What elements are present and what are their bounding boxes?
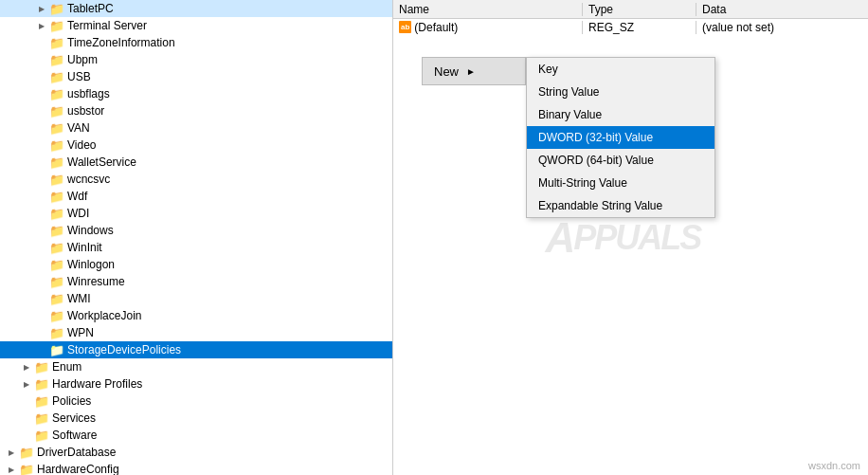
folder-icon-wdi: 📁 — [49, 207, 64, 220]
expand-arrow-terminalserver[interactable] — [34, 22, 49, 30]
tree-item-terminalserver[interactable]: 📁Terminal Server — [0, 17, 392, 34]
tree-item-van[interactable]: 📁VAN — [0, 119, 392, 137]
tree-item-wpn[interactable]: 📁WPN — [0, 324, 392, 341]
folder-icon-usbstor: 📁 — [49, 104, 64, 118]
folder-icon-software: 📁 — [34, 429, 49, 442]
tree-item-wdf[interactable]: 📁Wdf — [0, 188, 392, 205]
new-button-arrow: ► — [466, 66, 476, 77]
tree-item-storagedevicepolicies[interactable]: 📁StorageDevicePolicies — [0, 341, 392, 358]
registry-tree: 📁TabletPC📁Terminal Server📁TimeZoneInform… — [0, 0, 393, 475]
tree-item-ubpm[interactable]: 📁Ubpm — [0, 51, 392, 68]
tree-label-software: Software — [52, 429, 97, 442]
tree-item-hardwareprofiles[interactable]: 📁Hardware Profiles — [0, 375, 392, 393]
tree-item-usbflags[interactable]: 📁usbflags — [0, 85, 392, 102]
tree-item-hardwareconfig[interactable]: 📁HardwareConfig — [0, 461, 392, 475]
folder-icon-usb: 📁 — [49, 70, 64, 83]
tree-item-usb[interactable]: 📁USB — [0, 68, 392, 85]
tree-label-hardwareprofiles: Hardware Profiles — [52, 377, 142, 391]
tree-label-workplacejoin: WorkplaceJoin — [67, 309, 141, 322]
tree-label-tabletpc: TabletPC — [67, 2, 114, 15]
submenu-item-dwordvalue[interactable]: DWORD (32-bit) Value — [527, 126, 714, 149]
tree-label-winresume: Winresume — [67, 275, 125, 288]
tree-label-windows: Windows — [67, 224, 114, 237]
tree-label-timezoneinformation: TimeZoneInformation — [67, 36, 175, 49]
row-type: REG_SZ — [583, 21, 696, 34]
tree-label-usbflags: usbflags — [67, 87, 110, 100]
tree-label-usb: USB — [67, 70, 91, 83]
tree-item-wmi[interactable]: 📁WMI — [0, 290, 392, 307]
tree-item-walletservice[interactable]: 📁WalletService — [0, 154, 392, 171]
tree-item-workplacejoin[interactable]: 📁WorkplaceJoin — [0, 307, 392, 324]
tree-item-usbstor[interactable]: 📁usbstor — [0, 102, 392, 119]
submenu-item-multistringvalue[interactable]: Multi-String Value — [527, 172, 714, 194]
folder-icon-van: 📁 — [49, 121, 64, 135]
folder-icon-wcncsvc: 📁 — [49, 173, 64, 186]
tree-label-services: Services — [52, 411, 96, 425]
folder-icon-wdf: 📁 — [49, 190, 64, 203]
submenu-item-key[interactable]: Key — [527, 58, 714, 81]
tree-label-usbstor: usbstor — [67, 104, 104, 118]
tree-item-software[interactable]: 📁Software — [0, 427, 392, 444]
expand-arrow-hardwareprofiles[interactable] — [19, 380, 34, 389]
row-name: ab (Default) — [393, 21, 583, 34]
tree-item-video[interactable]: 📁Video — [0, 137, 392, 154]
tree-label-driverdatabase: DriverDatabase — [37, 446, 116, 459]
tree-item-winresume[interactable]: 📁Winresume — [0, 273, 392, 290]
folder-icon-walletservice: 📁 — [49, 155, 64, 169]
appuals-watermark: A PPUALS — [545, 214, 700, 262]
col-type-header: Type — [583, 3, 696, 16]
folder-icon-enum: 📁 — [34, 360, 49, 374]
tree-label-walletservice: WalletService — [67, 155, 136, 169]
tree-label-wcncsvc: wcncsvc — [67, 173, 110, 186]
folder-icon-usbflags: 📁 — [49, 87, 64, 100]
folder-icon-wpn: 📁 — [49, 326, 64, 339]
col-name-header: Name — [393, 3, 583, 16]
context-menu-area: New ► Key String Value Binary Value DWOR… — [422, 57, 526, 85]
tree-label-terminalserver: Terminal Server — [67, 19, 147, 32]
tree-label-hardwareconfig: HardwareConfig — [37, 463, 119, 475]
tree-item-driverdatabase[interactable]: 📁DriverDatabase — [0, 444, 392, 461]
folder-icon-policies: 📁 — [34, 394, 49, 408]
tree-label-van: VAN — [67, 121, 90, 135]
tree-label-storagedevicepolicies: StorageDevicePolicies — [67, 343, 181, 356]
tree-item-tabletpc[interactable]: 📁TabletPC — [0, 0, 392, 17]
folder-icon-hardwareconfig: 📁 — [19, 463, 34, 475]
tree-item-wininit[interactable]: 📁WinInit — [0, 239, 392, 256]
tree-item-timezoneinformation[interactable]: 📁TimeZoneInformation — [0, 34, 392, 51]
row-data: (value not set) — [696, 21, 868, 34]
submenu-item-expandablestringvalue[interactable]: Expandable String Value — [527, 194, 714, 217]
tree-label-wdf: Wdf — [67, 190, 87, 203]
folder-icon-winresume: 📁 — [49, 275, 64, 288]
tree-item-services[interactable]: 📁Services — [0, 410, 392, 427]
submenu-item-qwordvalue[interactable]: QWORD (64-bit) Value — [527, 149, 714, 172]
tree-label-ubpm: Ubpm — [67, 53, 98, 66]
expand-arrow-hardwareconfig[interactable] — [4, 466, 19, 474]
expand-arrow-enum[interactable] — [19, 363, 34, 372]
folder-icon-terminalserver: 📁 — [49, 19, 64, 32]
folder-icon-tabletpc: 📁 — [49, 2, 64, 15]
folder-icon-hardwareprofiles: 📁 — [34, 377, 49, 391]
table-header: Name Type Data — [393, 0, 868, 19]
submenu-item-stringvalue[interactable]: String Value — [527, 81, 714, 103]
tree-label-wmi: WMI — [67, 292, 91, 305]
new-button-label: New — [434, 64, 459, 79]
folder-icon-driverdatabase: 📁 — [19, 446, 34, 459]
new-button[interactable]: New ► — [422, 57, 526, 85]
tree-item-policies[interactable]: 📁Policies — [0, 393, 392, 410]
row-name-label: (Default) — [414, 21, 458, 34]
tree-label-wininit: WinInit — [67, 241, 102, 254]
tree-label-video: Video — [67, 138, 96, 152]
tree-item-enum[interactable]: 📁Enum — [0, 358, 392, 375]
submenu-item-binaryvalue[interactable]: Binary Value — [527, 103, 714, 126]
tree-label-wpn: WPN — [67, 326, 94, 339]
tree-item-wcncsvc[interactable]: 📁wcncsvc — [0, 171, 392, 188]
tree-item-wdi[interactable]: 📁WDI — [0, 205, 392, 222]
tree-item-windows[interactable]: 📁Windows — [0, 222, 392, 239]
col-data-header: Data — [696, 3, 868, 16]
submenu: Key String Value Binary Value DWORD (32-… — [526, 57, 715, 218]
table-row: ab (Default) REG_SZ (value not set) — [393, 19, 868, 36]
expand-arrow-driverdatabase[interactable] — [4, 448, 19, 457]
tree-item-winlogon[interactable]: 📁Winlogon — [0, 256, 392, 273]
tree-label-policies: Policies — [52, 394, 91, 408]
expand-arrow-tabletpc[interactable] — [34, 5, 49, 13]
